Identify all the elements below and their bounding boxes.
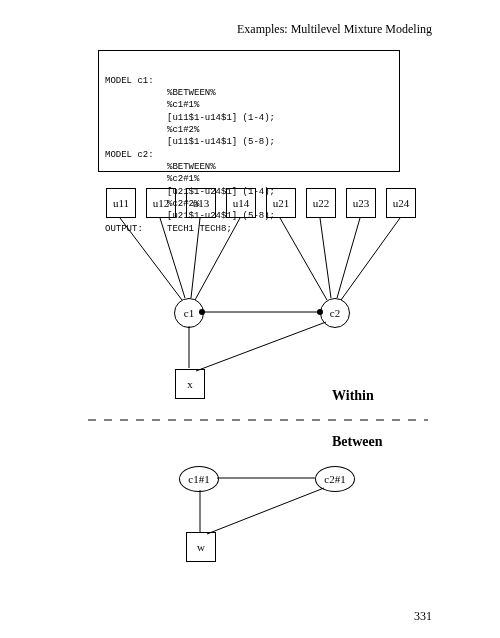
u-box: u14: [226, 188, 256, 218]
latent-c1: c1: [174, 298, 204, 328]
latent-c2: c2: [320, 298, 350, 328]
page-number: 331: [414, 609, 432, 624]
u-box: u13: [186, 188, 216, 218]
svg-line-5: [280, 218, 327, 300]
u-box: u24: [386, 188, 416, 218]
code-body: %BETWEEN%: [167, 88, 275, 98]
code-key: [105, 100, 165, 110]
latent-c2h: c2#1: [315, 466, 355, 492]
svg-line-3: [191, 218, 200, 298]
within-label: Within: [332, 388, 374, 404]
latent-c1h: c1#1: [179, 466, 219, 492]
code-key: [105, 125, 165, 135]
code-body: %BETWEEN%: [167, 162, 275, 172]
code-body: [u11$1-u14$1] (1-4);: [167, 113, 275, 123]
code-key: [105, 174, 165, 184]
svg-line-4: [195, 218, 240, 300]
svg-line-2: [160, 218, 185, 298]
u-box: u12: [146, 188, 176, 218]
code-key: [105, 162, 165, 172]
code-body: [167, 76, 275, 86]
u-box: u23: [346, 188, 376, 218]
code-key: [105, 88, 165, 98]
diagram: u11 u12 u13 u14 u21 u22 u23 u24 c1 c2 x …: [84, 188, 428, 572]
code-body: %c2#1%: [167, 174, 275, 184]
svg-line-11: [196, 322, 326, 371]
svg-line-15: [207, 488, 324, 534]
svg-line-8: [341, 218, 400, 300]
svg-line-6: [320, 218, 331, 298]
code-body: [167, 150, 275, 160]
code-key: [105, 113, 165, 123]
code-key: MODEL c2:: [105, 150, 165, 160]
code-body: %c1#2%: [167, 125, 275, 135]
code-body: [u11$1-u14$1] (5-8);: [167, 137, 275, 147]
u-box: u21: [266, 188, 296, 218]
code-block: MODEL c1:%BETWEEN%%c1#1%[u11$1-u14$1] (1…: [98, 50, 400, 172]
code-body: %c1#1%: [167, 100, 275, 110]
svg-line-7: [337, 218, 360, 298]
x-box: x: [175, 369, 205, 399]
between-label: Between: [332, 434, 383, 450]
u-box: u11: [106, 188, 136, 218]
w-box: w: [186, 532, 216, 562]
code-key: MODEL c1:: [105, 76, 165, 86]
u-box: u22: [306, 188, 336, 218]
page-header: Examples: Multilevel Mixture Modeling: [237, 22, 432, 37]
code-key: [105, 137, 165, 147]
